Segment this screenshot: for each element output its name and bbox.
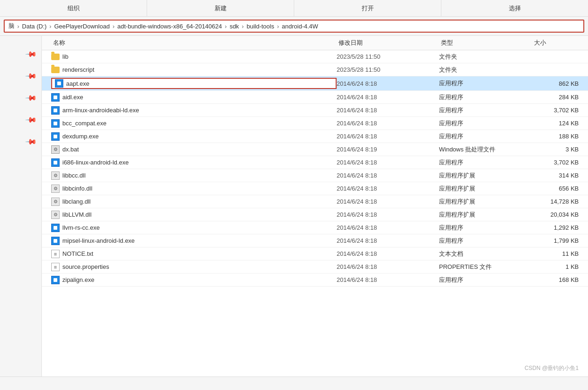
table-row[interactable]: aidl.exe 2014/6/24 8:18 应用程序 284 KB [42, 91, 588, 104]
folder-icon [51, 67, 60, 73]
table-row[interactable]: libclang.dll 2014/6/24 8:18 应用程序扩展 14,72… [42, 195, 588, 208]
file-date: 2014/6/24 8:18 [337, 263, 439, 270]
file-name: dexdump.exe [62, 133, 99, 140]
file-type: 应用程序 [439, 237, 532, 245]
file-type: 应用程序 [439, 224, 532, 232]
exe-icon [51, 93, 60, 102]
file-size: 20,034 KB [532, 211, 588, 218]
table-row[interactable]: zipalign.exe 2014/6/24 8:18 应用程序 168 KB [42, 274, 588, 287]
file-size: 656 KB [532, 185, 588, 192]
file-size: 284 KB [532, 94, 588, 101]
file-size: 124 KB [532, 120, 588, 127]
file-name-cell: source.properties [51, 263, 337, 271]
address-computer: 脑 [8, 22, 14, 30]
file-size: 1 KB [532, 263, 588, 270]
file-date: 2014/6/24 8:18 [337, 224, 439, 231]
table-row[interactable]: dx.bat 2014/6/24 8:19 Windows 批处理文件 3 KB [42, 143, 588, 156]
toolbar-select[interactable]: 选择 [441, 0, 588, 16]
address-bar[interactable]: 脑 › Data (D:) › GeePlayerDownload › adt-… [4, 20, 584, 33]
main-area: 📌 📌 📌 📌 📌 名称 修改日期 类型 大小 lib 2023/5/28 11… [0, 36, 588, 376]
file-name: libclang.dll [62, 198, 91, 205]
exe-icon [51, 276, 60, 284]
address-sdk: sdk [230, 23, 239, 30]
exe-icon [51, 132, 60, 141]
address-build-tools: build-tools [247, 23, 274, 30]
file-type: 文件夹 [439, 66, 532, 74]
status-bar: CSDN @垂钓的小鱼1 [0, 376, 588, 390]
file-name: NOTICE.txt [62, 250, 93, 257]
file-date: 2014/6/24 8:18 [337, 198, 439, 205]
file-name: renderscript [62, 66, 95, 73]
file-size: 3 KB [532, 146, 588, 153]
toolbar-open[interactable]: 打开 [294, 0, 441, 16]
address-adt-bundle: adt-bundle-windows-x86_64-20140624 [117, 23, 222, 30]
table-row[interactable]: bcc_compat.exe 2014/6/24 8:18 应用程序 124 K… [42, 117, 588, 130]
file-date: 2014/6/24 8:19 [337, 146, 439, 153]
table-row[interactable]: NOTICE.txt 2014/6/24 8:18 文本文档 11 KB [42, 247, 588, 260]
pin-icon-2: 📌 [25, 70, 38, 83]
table-row[interactable]: libLLVM.dll 2014/6/24 8:18 应用程序扩展 20,034… [42, 208, 588, 221]
file-date: 2014/6/24 8:18 [337, 172, 439, 179]
file-type: 应用程序 [439, 132, 532, 141]
file-type: PROPERTIES 文件 [439, 263, 532, 271]
file-name: bcc_compat.exe [62, 120, 107, 127]
table-row[interactable]: llvm-rs-cc.exe 2014/6/24 8:18 应用程序 1,292… [42, 221, 588, 234]
table-row[interactable]: arm-linux-androideabi-ld.exe 2014/6/24 8… [42, 104, 588, 117]
file-date: 2014/6/24 8:18 [337, 80, 439, 87]
toolbar-new[interactable]: 新建 [147, 0, 294, 16]
table-row[interactable]: i686-linux-android-ld.exe 2014/6/24 8:18… [42, 156, 588, 169]
table-row[interactable]: lib 2023/5/28 11:50 文件夹 [42, 50, 588, 63]
pin-icon-5: 📌 [25, 136, 38, 149]
file-type: 应用程序 [439, 276, 532, 284]
file-type: 应用程序 [439, 106, 532, 115]
file-type: 应用程序扩展 [439, 198, 532, 206]
table-row[interactable]: renderscript 2023/5/28 11:50 文件夹 [42, 63, 588, 76]
file-type: Windows 批处理文件 [439, 145, 532, 154]
table-row[interactable]: libbcinfo.dll 2014/6/24 8:18 应用程序扩展 656 … [42, 182, 588, 195]
file-size: 168 KB [532, 276, 588, 283]
file-name: zipalign.exe [62, 276, 95, 283]
file-name: i686-linux-android-ld.exe [62, 159, 128, 166]
dll-icon [51, 211, 60, 219]
txt-icon [51, 250, 60, 258]
file-name-cell: dexdump.exe [51, 132, 337, 141]
file-type: 应用程序扩展 [439, 171, 532, 180]
file-name-cell: llvm-rs-cc.exe [51, 224, 337, 232]
file-size: 3,702 KB [532, 107, 588, 114]
column-headers: 名称 修改日期 类型 大小 [42, 36, 588, 50]
toolbar-organize[interactable]: 组织 [0, 0, 147, 16]
toolbar: 组织 新建 打开 选择 [0, 0, 588, 17]
file-name-cell: libbcinfo.dll [51, 185, 337, 193]
file-size: 3,702 KB [532, 159, 588, 166]
table-row[interactable]: libbcc.dll 2014/6/24 8:18 应用程序扩展 314 KB [42, 169, 588, 182]
file-name-cell: zipalign.exe [51, 276, 337, 284]
file-date: 2014/6/24 8:18 [337, 250, 439, 257]
table-row[interactable]: mipsel-linux-android-ld.exe 2014/6/24 8:… [42, 234, 588, 247]
table-row[interactable]: dexdump.exe 2014/6/24 8:18 应用程序 188 KB [42, 130, 588, 143]
file-type: 应用程序 [439, 79, 532, 88]
file-date: 2014/6/24 8:18 [337, 211, 439, 218]
exe-icon [51, 224, 60, 232]
file-name: lib [62, 53, 68, 60]
exe-icon [51, 106, 60, 115]
file-name: dx.bat [62, 146, 79, 153]
file-name-cell: renderscript [51, 66, 337, 73]
file-name-cell: arm-linux-androideabi-ld.exe [51, 106, 337, 115]
pin-icon-3: 📌 [25, 92, 38, 105]
file-type: 应用程序 [439, 119, 532, 128]
table-row[interactable]: source.properties 2014/6/24 8:18 PROPERT… [42, 260, 588, 274]
file-size: 314 KB [532, 172, 588, 179]
table-row[interactable]: aapt.exe 2014/6/24 8:18 应用程序 862 KB [42, 76, 588, 91]
file-type: 文件夹 [439, 53, 532, 61]
exe-icon [51, 158, 60, 167]
dll-icon [51, 198, 60, 206]
col-size-header: 大小 [532, 39, 588, 47]
col-type-header: 类型 [439, 39, 532, 47]
file-date: 2014/6/24 8:18 [337, 94, 439, 101]
address-drive: Data (D:) [22, 23, 47, 30]
file-size: 14,728 KB [532, 198, 588, 205]
dll-icon [51, 185, 60, 193]
file-name: arm-linux-androideabi-ld.exe [62, 107, 139, 114]
file-type: 应用程序扩展 [439, 211, 532, 219]
file-name: mipsel-linux-android-ld.exe [62, 237, 135, 244]
